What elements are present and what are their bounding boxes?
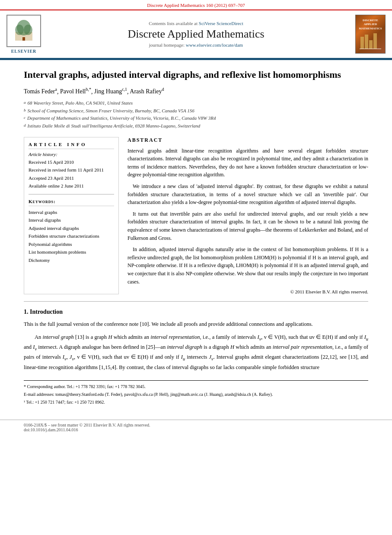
author-3: Jing Huangc,1: [94, 88, 127, 95]
authors-line: Tomás Federa, Pavol Hellb,*, Jing Huangc…: [24, 87, 368, 96]
elsevier-box: [6, 15, 41, 47]
affiliation-a: a 68 Waverley Street, Palo Alto, CA 9430…: [24, 99, 368, 107]
paper-content: Interval graphs, adjusted interval digra…: [0, 60, 392, 415]
elsevier-wordmark: ELSEVIER: [6, 49, 41, 54]
abstract-p4: In addition, adjusted interval digraphs …: [127, 245, 368, 286]
abstract-label: ABSTRACT: [127, 137, 368, 143]
sciverse-link[interactable]: SciVerse ScienceDirect: [199, 21, 243, 26]
author-3-sup: c,1: [122, 87, 127, 92]
revised-date: Received in revised form 11 April 2011: [29, 166, 114, 174]
author-2: Pavol Hellb,*: [60, 88, 91, 95]
bottom-bar: 0166-218X/$ – see front matter © 2011 El…: [0, 420, 392, 435]
journal-center: Contents lists available at SciVerse Sci…: [41, 21, 351, 48]
footnote-email: E-mail addresses: tomas@theory.Stanford.…: [24, 391, 368, 398]
kw-1: Interval graphs: [29, 209, 114, 216]
journal-header: ELSEVIER Contents lists available at Sci…: [0, 10, 392, 59]
kw-3: Adjusted interval digraphs: [29, 225, 114, 232]
keywords-label: Keywords:: [29, 199, 114, 206]
footnote-star: * Corresponding author. Tel.: +1 778 782…: [24, 383, 368, 390]
aff-b-sup: b: [24, 107, 26, 115]
affiliation-d: d Istituto Dalle Molle di Studi sull'Int…: [24, 122, 368, 130]
history-label: Article history:: [29, 152, 114, 157]
issn-line: 0166-218X/$ – see front matter © 2011 El…: [24, 423, 368, 427]
thumb-graphic: [360, 32, 381, 50]
section-1-body: This is the full journal version of the …: [24, 320, 368, 372]
section-1-title: Introduction: [30, 309, 63, 315]
section-divider: [24, 301, 368, 302]
svg-rect-8: [373, 33, 377, 49]
journal-thumbnail: DISCRETEAPPLIEDMATHEMATICS: [355, 15, 386, 54]
author-2-sup: b,*: [86, 87, 91, 92]
elsevier-logo-svg: [13, 19, 35, 43]
thumb-image: DISCRETEAPPLIEDMATHEMATICS: [355, 15, 386, 54]
aff-c-sup: c: [24, 115, 25, 122]
section-1-heading: 1. Introduction: [24, 309, 368, 315]
abstract-copyright: © 2011 Elsevier B.V. All rights reserved…: [127, 289, 368, 294]
keywords-section: Keywords: Interval graphs Interval digra…: [29, 199, 114, 264]
journal-title: Discrete Applied Mathematics: [41, 28, 351, 41]
abstract-p3: It turns out that invertible pairs are a…: [127, 210, 368, 242]
aff-c-text: Department of Mathematics and Statistics…: [27, 115, 216, 122]
received-date: Received 15 April 2010: [29, 159, 114, 166]
svg-point-3: [24, 25, 32, 35]
article-info-box: A R T I C L E I N F O Article history: R…: [24, 137, 119, 295]
kw-4: Forbidden structure characterizations: [29, 232, 114, 240]
paper-title: Interval graphs, adjusted interval digra…: [24, 69, 368, 81]
abstract-section: ABSTRACT Interval graphs admit linear-ti…: [127, 137, 368, 295]
homepage-link[interactable]: www.elsevier.com/locate/dam: [186, 42, 243, 48]
article-info-label: A R T I C L E I N F O: [29, 142, 114, 149]
doi-line: doi:10.1016/j.dam.2011.04.016: [24, 427, 368, 432]
aff-a-text: 68 Waverley Street, Palo Alto, CA 94301,…: [28, 99, 133, 107]
author-1-sup: a: [55, 87, 57, 92]
affiliation-b: b School of Computing Science, Simon Fra…: [24, 107, 368, 115]
aff-a-sup: a: [24, 99, 26, 107]
affiliation-c: c Department of Mathematics and Statisti…: [24, 115, 368, 122]
aff-d-sup: d: [24, 122, 26, 130]
author-4: Arash Rafieyd: [130, 88, 164, 95]
svg-rect-6: [365, 35, 368, 49]
homepage-line: journal homepage: www.elsevier.com/locat…: [41, 42, 351, 48]
author-1: Tomás Federa: [24, 88, 57, 95]
svg-rect-5: [360, 37, 364, 49]
footnote-1: ¹ Tel.: +1 250 721 7447; fax: +1 250 721…: [24, 399, 368, 405]
abstract-p1: Interval graphs admit linear-time recogn…: [127, 147, 368, 179]
aff-b-text: School of Computing Science, Simon Frase…: [28, 107, 194, 115]
sciverse-line: Contents lists available at SciVerse Sci…: [41, 21, 351, 26]
kw-5: Polynomial algorithms: [29, 241, 114, 248]
thumb-title: DISCRETEAPPLIEDMATHEMATICS: [359, 19, 382, 30]
section-1-number: 1.: [24, 309, 30, 315]
journal-citation: Discrete Applied Mathematics 160 (2012) …: [147, 3, 245, 8]
svg-point-2: [15, 25, 24, 35]
section-1-p2: An interval graph [13] is a graph H whic…: [24, 333, 368, 372]
contents-text: Contents lists available at: [149, 21, 198, 26]
top-bar: Discrete Applied Mathematics 160 (2012) …: [0, 0, 392, 10]
available-date: Available online 2 June 2011: [29, 182, 114, 190]
section-1-p1: This is the full journal version of the …: [24, 320, 368, 328]
footnotes: * Corresponding author. Tel.: +1 778 782…: [24, 380, 368, 405]
kw-6: List homomorphism problems: [29, 248, 114, 256]
kw-2: Interval digraphs: [29, 217, 114, 224]
abstract-p2: We introduce a new class of 'adjusted in…: [127, 182, 368, 207]
affiliations: a 68 Waverley Street, Palo Alto, CA 9430…: [24, 99, 368, 130]
info-divider: [29, 194, 114, 194]
kw-7: Dichotomy: [29, 257, 114, 264]
two-col-section: A R T I C L E I N F O Article history: R…: [24, 137, 368, 295]
accepted-date: Accepted 23 April 2011: [29, 175, 114, 182]
svg-rect-4: [22, 37, 25, 41]
author-4-sup: d: [162, 87, 164, 92]
homepage-prefix: journal homepage:: [149, 42, 185, 48]
abstract-text: Interval graphs admit linear-time recogn…: [127, 147, 368, 286]
elsevier-logo: ELSEVIER: [6, 15, 41, 54]
svg-rect-7: [369, 40, 373, 49]
aff-d-text: Istituto Dalle Molle di Studi sull'Intel…: [28, 122, 201, 130]
em-interval-graph: interval graph: [43, 334, 74, 340]
